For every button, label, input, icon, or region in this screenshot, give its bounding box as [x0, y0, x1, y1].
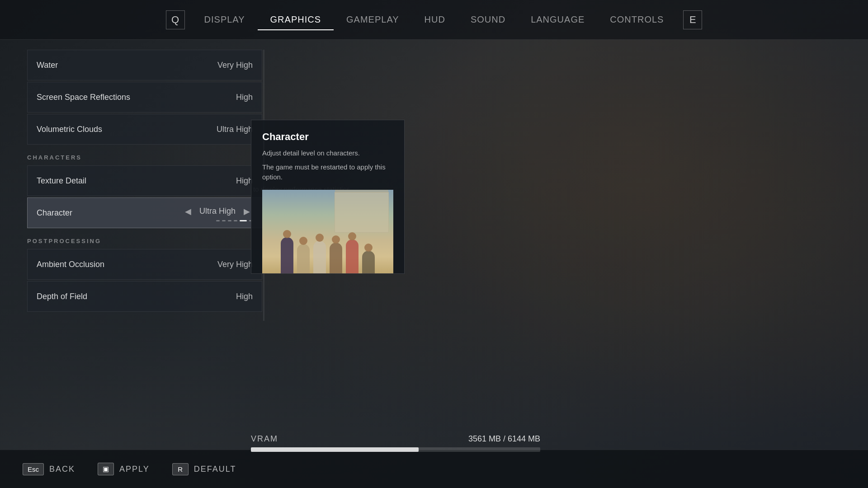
main-container: Q Display Graphics Gameplay HUD Sound La… — [0, 0, 868, 488]
nav-item-sound[interactable]: Sound — [458, 9, 518, 30]
vram-header: VRAM 3561 MB / 6144 MB — [251, 434, 540, 444]
info-warning: The game must be restarted to apply this… — [262, 162, 393, 183]
section-label-postprocessing: POSTPROCESSING — [27, 230, 262, 249]
top-navigation: Q Display Graphics Gameplay HUD Sound La… — [0, 0, 868, 40]
scene-figures — [280, 237, 376, 273]
apply-control[interactable]: ▣ APPLY — [98, 463, 150, 475]
setting-row-ssr[interactable]: Screen Space Reflections High — [27, 82, 262, 113]
nav-item-hud[interactable]: HUD — [412, 9, 458, 30]
nav-item-display[interactable]: Display — [192, 9, 258, 30]
setting-value-texture-detail: High — [236, 176, 253, 186]
arrow-left-character[interactable]: ◀ — [182, 205, 194, 218]
info-preview-image — [262, 190, 393, 273]
setting-value-volumetric: Ultra High — [217, 125, 253, 134]
scene-building — [335, 192, 389, 233]
back-label: BACK — [49, 465, 75, 474]
back-key-badge: Esc — [23, 463, 44, 475]
nav-item-language[interactable]: Language — [518, 9, 597, 30]
default-key-badge: R — [172, 463, 189, 475]
back-control[interactable]: Esc BACK — [23, 463, 75, 475]
figure-4 — [330, 243, 342, 273]
dot-4 — [234, 220, 237, 221]
setting-row-water[interactable]: Water Very High — [27, 50, 262, 80]
setting-name-water: Water — [37, 61, 58, 70]
apply-label: APPLY — [119, 465, 150, 474]
info-scene — [262, 190, 393, 273]
character-dots-indicator — [216, 220, 253, 221]
apply-key-badge: ▣ — [98, 463, 114, 475]
dot-2 — [222, 220, 226, 221]
settings-panel: Water Very High Screen Space Reflections… — [27, 50, 262, 434]
dot-1 — [216, 220, 220, 221]
figure-3 — [313, 241, 326, 273]
setting-name-volumetric: Volumetric Clouds — [37, 125, 102, 134]
vram-label: VRAM — [251, 434, 278, 444]
setting-value-water: Very High — [217, 61, 253, 70]
info-title: Character — [262, 131, 393, 143]
vram-bar-background — [251, 447, 540, 452]
dot-3 — [228, 220, 231, 221]
info-description: Adjust detail level on characters. — [262, 148, 393, 159]
setting-value-ambient-occlusion: Very High — [217, 260, 253, 269]
setting-name-texture-detail: Texture Detail — [37, 176, 86, 186]
info-panel: Character Adjust detail level on charact… — [251, 120, 405, 274]
default-control[interactable]: R DEFAULT — [172, 463, 236, 475]
nav-bracket-left[interactable]: Q — [166, 10, 185, 29]
section-label-characters: CHARACTERS — [27, 146, 262, 165]
character-value-controls: ◀ Ultra High ▶ — [182, 205, 253, 218]
figure-6 — [362, 251, 375, 273]
setting-value-wrap-character: ◀ Ultra High ▶ — [182, 205, 253, 221]
setting-name-ambient-occlusion: Ambient Occlusion — [37, 260, 104, 269]
vram-section: VRAM 3561 MB / 6144 MB — [251, 434, 540, 452]
bottom-controls: Esc BACK ▣ APPLY R DEFAULT — [0, 450, 868, 488]
nav-item-gameplay[interactable]: Gameplay — [334, 9, 412, 30]
setting-value-depth-of-field: High — [236, 292, 253, 301]
nav-bracket-right[interactable]: E — [683, 10, 702, 29]
setting-row-volumetric[interactable]: Volumetric Clouds Ultra High — [27, 114, 262, 145]
nav-item-controls[interactable]: Controls — [597, 9, 676, 30]
figure-2 — [297, 244, 310, 273]
setting-row-character[interactable]: Character ◀ Ultra High ▶ — [27, 197, 262, 228]
vram-value: 3561 MB / 6144 MB — [468, 434, 540, 444]
default-label: DEFAULT — [194, 465, 236, 474]
figure-1 — [281, 237, 293, 273]
setting-value-ssr: High — [236, 93, 253, 102]
figure-5 — [346, 239, 359, 273]
setting-name-depth-of-field: Depth of Field — [37, 292, 87, 301]
nav-item-graphics[interactable]: Graphics — [258, 9, 334, 30]
setting-row-ambient-occlusion[interactable]: Ambient Occlusion Very High — [27, 249, 262, 280]
vram-bar-fill — [251, 447, 419, 452]
setting-name-character: Character — [37, 208, 72, 218]
dot-5-active — [240, 220, 247, 221]
setting-name-ssr: Screen Space Reflections — [37, 93, 130, 102]
setting-row-texture-detail[interactable]: Texture Detail High — [27, 165, 262, 196]
setting-row-depth-of-field[interactable]: Depth of Field High — [27, 281, 262, 312]
setting-value-character: Ultra High — [199, 206, 236, 216]
